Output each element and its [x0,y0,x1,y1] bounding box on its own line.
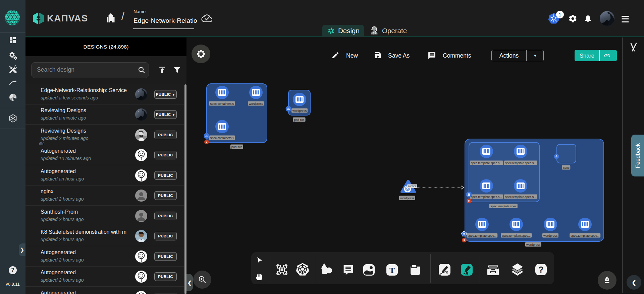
svg-text:T: T [389,266,395,275]
svg-text:?: ? [538,265,544,275]
